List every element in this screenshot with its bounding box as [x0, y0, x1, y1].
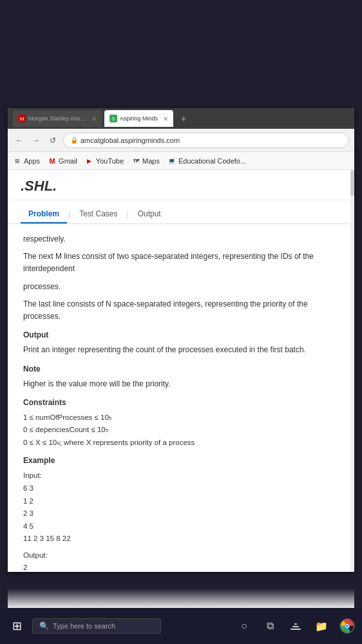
intro-text: respectively.	[23, 233, 339, 245]
bookmark-apps[interactable]: ⊞ Apps	[13, 156, 40, 166]
windows-icon: ⊞	[12, 619, 22, 633]
constraint-1: 1 ≤ numOfProcesses ≤ 105	[23, 412, 339, 423]
back-button[interactable]: ←	[13, 134, 26, 147]
taskbar-right: ○ ⧉ 📁	[234, 616, 357, 636]
desktop: M Morgan Stanley Assessments - T... ✕ S …	[0, 0, 362, 644]
line3-text: The last line consists of N space-separa…	[23, 298, 339, 323]
output-title: Output	[23, 329, 339, 341]
svg-point-6	[346, 625, 348, 627]
tab-morgan[interactable]: M Morgan Stanley Assessments - T... ✕	[13, 110, 102, 127]
constraint-2-sup: 5	[106, 427, 108, 435]
bookmark-gmail[interactable]: M Gmail	[48, 156, 77, 166]
svg-rect-0	[291, 629, 301, 630]
address-input[interactable]: 🔒 amcatglobal.aspiringminds.com	[63, 133, 349, 148]
bookmark-youtube-label: YouTube	[96, 157, 124, 165]
scrollbar-track[interactable]	[350, 170, 354, 572]
morgan-tab-label: Morgan Stanley Assessments - T...	[28, 115, 86, 122]
input-line-3: 2 3	[23, 507, 339, 520]
input-line-2: 1 2	[23, 495, 339, 508]
bookmark-gmail-label: Gmail	[59, 157, 77, 165]
separator-2: |	[127, 210, 129, 219]
aspiring-tab-label: Aspiring Minds	[120, 115, 158, 122]
bookmark-maps-label: Maps	[142, 157, 160, 165]
constraint-1-sup: 5	[109, 415, 111, 423]
bookmark-youtube[interactable]: ▶ YouTube	[85, 156, 124, 166]
morgan-tab-close[interactable]: ✕	[91, 115, 97, 122]
tab-aspiring[interactable]: S Aspiring Minds ✕	[104, 110, 173, 127]
tab-problem-label: Problem	[28, 209, 59, 218]
tab-bar: M Morgan Stanley Assessments - T... ✕ S …	[8, 108, 354, 129]
taskbar-search[interactable]: 🔍 Type here to search	[32, 618, 161, 634]
separator-1: |	[68, 210, 70, 219]
page-content: .SHL. Problem | Test Cases | Output resp…	[8, 170, 354, 572]
line1-text: The next M lines consist of two space-se…	[23, 251, 339, 275]
example-section: Example Input: 6 3 1 2 2 3 4 5 11 2 3 15…	[23, 455, 339, 572]
constraint-2-prefix: 0 ≤ depenciesCount ≤ 10	[23, 424, 106, 435]
tab-problem[interactable]: Problem	[21, 205, 67, 223]
svg-rect-2	[294, 623, 297, 625]
youtube-icon: ▶	[85, 156, 94, 166]
aspiring-tab-icon: S	[110, 115, 117, 122]
tab-test-cases[interactable]: Test Cases	[71, 205, 125, 223]
address-text: amcatglobal.aspiringminds.com	[81, 137, 180, 144]
note-text: Higher is the value more will be the pri…	[23, 378, 339, 390]
note-title: Note	[23, 363, 339, 375]
tab-test-cases-label: Test Cases	[79, 209, 117, 218]
bookmark-maps[interactable]: 🗺 Maps	[131, 156, 160, 166]
constraint-3-text: 0 ≤ X ≤ 10	[23, 437, 57, 448]
line2-text: processes.	[23, 281, 339, 293]
chrome-icon[interactable]	[338, 616, 357, 636]
apps-icon: ⊞	[13, 156, 22, 166]
logo-text: .SHL.	[21, 178, 57, 194]
input-line-5: 11 2 3 15 8 22	[23, 533, 339, 545]
lock-icon: 🔒	[70, 137, 78, 144]
maps-icon: 🗺	[131, 156, 140, 166]
search-placeholder-text: Type here to search	[53, 622, 115, 630]
morgan-tab-icon: M	[18, 115, 26, 122]
constraint-1-prefix: 1 ≤ numOfProcesses ≤ 10	[23, 412, 109, 423]
taskbar: ⊞ 🔍 Type here to search ○ ⧉ 📁	[0, 608, 362, 644]
browser-window: M Morgan Stanley Assessments - T... ✕ S …	[8, 108, 354, 572]
constraint-3-suffix: ; where X represents priority of a proce…	[60, 437, 195, 448]
task-view-icon[interactable]: ⧉	[260, 616, 280, 636]
educational-icon: 💻	[167, 156, 176, 166]
input-line-1: 6 3	[23, 482, 339, 495]
problem-body: respectively. The next M lines consist o…	[8, 224, 354, 572]
output-value: 2	[23, 562, 339, 572]
content-tabs: Problem | Test Cases | Output	[8, 200, 354, 224]
input-label: Input:	[23, 469, 339, 482]
constraints-title: Constraints	[23, 397, 339, 409]
new-tab-button[interactable]: +	[177, 112, 190, 125]
forward-button[interactable]: →	[30, 134, 43, 147]
file-explorer-icon[interactable]: 📁	[312, 616, 331, 636]
address-bar: ← → ↺ 🔒 amcatglobal.aspiringminds.com	[8, 129, 354, 152]
shl-logo: .SHL.	[8, 170, 354, 200]
tab-output[interactable]: Output	[130, 205, 169, 223]
gmail-icon: M	[48, 156, 57, 166]
example-block: Input: 6 3 1 2 2 3 4 5 11 2 3 15 8 22 Ou…	[23, 469, 339, 572]
input-line-4: 4 5	[23, 520, 339, 533]
refresh-button[interactable]: ↺	[46, 134, 59, 147]
cortana-icon[interactable]: ○	[234, 616, 254, 636]
bookmark-educational-label: Educational Codefo...	[178, 157, 246, 165]
bookmark-educational[interactable]: 💻 Educational Codefo...	[167, 156, 246, 166]
page-fade	[8, 589, 354, 608]
tab-output-label: Output	[138, 209, 161, 218]
constraint-3: 0 ≤ X ≤ 109; where X represents priority…	[23, 437, 339, 448]
search-icon: 🔍	[39, 621, 49, 630]
start-button[interactable]: ⊞	[5, 614, 28, 638]
bookmarks-bar: ⊞ Apps M Gmail ▶ YouTube 🗺 Maps 💻 Educat…	[8, 152, 354, 170]
svg-rect-1	[292, 626, 299, 627]
bookmark-apps-label: Apps	[24, 157, 40, 165]
output-label: Output:	[23, 549, 339, 562]
constraint-2: 0 ≤ depenciesCount ≤ 105	[23, 424, 339, 435]
scrollbar-thumb[interactable]	[350, 170, 354, 196]
aspiring-tab-close[interactable]: ✕	[163, 115, 168, 122]
example-title: Example	[23, 455, 339, 467]
output-text: Print an integer representing the count …	[23, 344, 339, 356]
network-icon[interactable]	[286, 616, 305, 636]
